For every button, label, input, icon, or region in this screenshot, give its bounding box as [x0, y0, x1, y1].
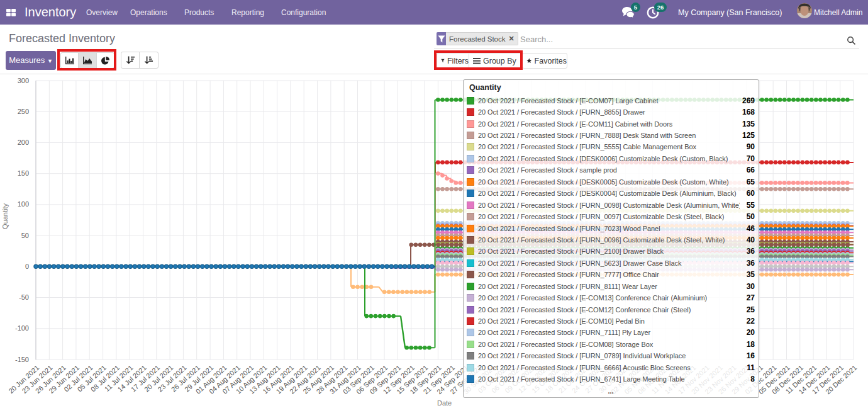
- svg-text:-150: -150: [15, 356, 29, 363]
- svg-text:150: 150: [18, 169, 29, 177]
- svg-text:0: 0: [25, 263, 29, 270]
- svg-text:Date: Date: [437, 399, 452, 407]
- svg-text:250: 250: [18, 108, 29, 115]
- svg-text:50: 50: [21, 232, 29, 239]
- svg-text:-50: -50: [19, 293, 29, 301]
- svg-text:200: 200: [18, 139, 29, 146]
- svg-text:Quantity: Quantity: [1, 203, 9, 229]
- svg-text:300: 300: [18, 77, 29, 84]
- svg-text:100: 100: [18, 200, 29, 208]
- svg-text:-100: -100: [15, 324, 29, 332]
